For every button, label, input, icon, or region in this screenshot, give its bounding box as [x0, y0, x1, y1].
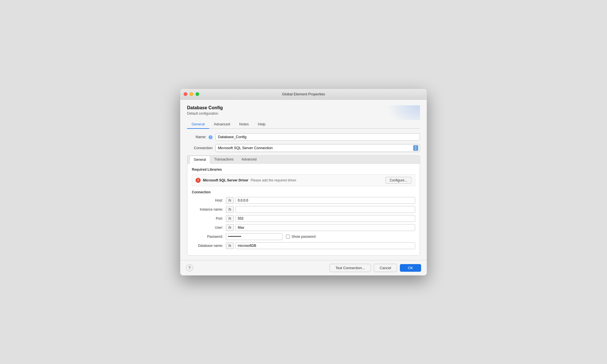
maximize-button[interactable]	[196, 92, 199, 96]
traffic-lights	[184, 92, 199, 96]
host-fx-button[interactable]: fx	[226, 197, 234, 204]
inner-tab-advanced[interactable]: Advanced	[237, 156, 260, 164]
show-password-checkbox[interactable]	[286, 235, 290, 239]
minimize-button[interactable]	[190, 92, 193, 96]
window-footer: ? Test Connection... Cancel OK	[180, 260, 427, 275]
driver-row: ! Microsoft SQL Server Driver Please add…	[192, 174, 415, 186]
cancel-button[interactable]: Cancel	[374, 264, 397, 272]
required-libraries-title: Required Libraries	[192, 168, 415, 172]
name-row: Name: i	[187, 133, 420, 141]
titlebar: Global Element Properties	[180, 89, 427, 100]
port-input[interactable]	[235, 215, 415, 222]
host-row: Host: fx	[192, 197, 415, 204]
configure-button[interactable]: Configure...	[385, 177, 411, 184]
dialog-title: Database Config	[187, 105, 420, 110]
database-row: Database name: fx	[192, 242, 415, 249]
outer-tabs: General Advanced Notes Help	[187, 120, 420, 129]
user-input[interactable]	[235, 224, 415, 231]
inner-panel: General Transactions Advanced Required L…	[187, 155, 420, 256]
instance-label: Instance name:	[192, 207, 226, 211]
inner-tab-general[interactable]: General	[190, 156, 210, 164]
footer-buttons: Test Connection... Cancel OK	[330, 264, 421, 272]
test-connection-button[interactable]: Test Connection...	[330, 264, 371, 272]
connection-row: Connection Microsoft SQL Server Connecti…	[187, 144, 420, 152]
connection-section-title: Connection	[192, 190, 415, 194]
tab-general[interactable]: General	[187, 120, 209, 129]
database-label: Database name:	[192, 244, 226, 248]
window-title: Global Element Properties	[282, 92, 325, 96]
inner-tab-transactions[interactable]: Transactions	[210, 156, 237, 164]
dialog-subtitle: Default configuration	[187, 112, 420, 115]
port-fx-button[interactable]: fx	[226, 215, 234, 222]
tab-advanced[interactable]: Advanced	[209, 120, 235, 129]
user-fx-button[interactable]: fx	[226, 224, 234, 231]
driver-name: Microsoft SQL Server Driver	[203, 178, 249, 182]
name-info-icon: i	[209, 135, 213, 139]
port-row: Port: fx	[192, 215, 415, 222]
connection-label: Connection	[187, 146, 215, 150]
show-password-area: Show password	[286, 235, 316, 239]
dialog-window: Global Element Properties Database Confi…	[180, 89, 427, 275]
user-row: User: fx	[192, 224, 415, 231]
close-button[interactable]	[184, 92, 187, 96]
password-input[interactable]	[226, 233, 283, 240]
show-password-label: Show password	[292, 235, 316, 239]
help-button[interactable]: ?	[186, 264, 193, 271]
password-label: Password:	[192, 235, 226, 239]
driver-message: Please add the required driver.	[251, 178, 383, 182]
error-icon: !	[196, 178, 201, 183]
tab-help[interactable]: Help	[253, 120, 270, 129]
port-label: Port:	[192, 217, 226, 220]
connection-select[interactable]: Microsoft SQL Server Connection	[215, 144, 420, 152]
name-label: Name: i	[187, 135, 215, 139]
user-label: User:	[192, 226, 226, 230]
instance-fx-button[interactable]: fx	[226, 206, 234, 213]
connection-select-wrapper: Microsoft SQL Server Connection	[215, 144, 420, 152]
inner-tabs: General Transactions Advanced	[187, 156, 420, 164]
instance-input[interactable]	[235, 206, 415, 213]
password-row: Password: Show password	[192, 233, 415, 240]
name-input[interactable]	[215, 133, 420, 141]
inner-content: Required Libraries ! Microsoft SQL Serve…	[187, 164, 420, 255]
tab-notes[interactable]: Notes	[235, 120, 253, 129]
host-label: Host:	[192, 198, 226, 202]
instance-row: Instance name: fx	[192, 206, 415, 213]
ok-button[interactable]: OK	[400, 264, 421, 272]
header-area: Database Config Default configuration	[187, 105, 420, 120]
window-body: Database Config Default configuration Ge…	[180, 100, 427, 260]
database-fx-button[interactable]: fx	[226, 242, 234, 249]
host-input[interactable]	[235, 197, 415, 204]
database-input[interactable]	[235, 242, 415, 249]
